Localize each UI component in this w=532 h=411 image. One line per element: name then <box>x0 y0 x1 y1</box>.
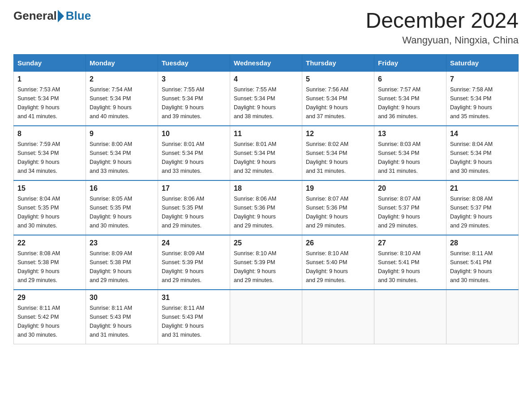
day-info: Sunrise: 7:54 AMSunset: 5:34 PMDaylight:… <box>90 85 154 121</box>
day-number: 7 <box>450 75 515 83</box>
day-info: Sunrise: 8:10 AMSunset: 5:40 PMDaylight:… <box>306 249 370 285</box>
calendar-cell: 1Sunrise: 7:53 AMSunset: 5:34 PMDaylight… <box>14 71 86 126</box>
day-number: 10 <box>162 130 226 138</box>
calendar-cell: 26Sunrise: 8:10 AMSunset: 5:40 PMDayligh… <box>302 235 374 290</box>
day-number: 2 <box>90 75 154 83</box>
column-header-tuesday: Tuesday <box>158 54 230 71</box>
logo-triangle-icon <box>58 10 64 22</box>
calendar-cell: 30Sunrise: 8:11 AMSunset: 5:43 PMDayligh… <box>86 290 158 344</box>
column-header-thursday: Thursday <box>302 54 374 71</box>
day-number: 19 <box>306 184 370 193</box>
calendar-cell: 3Sunrise: 7:55 AMSunset: 5:34 PMDaylight… <box>158 71 230 126</box>
day-info: Sunrise: 8:04 AMSunset: 5:35 PMDaylight:… <box>17 194 82 230</box>
day-info: Sunrise: 8:04 AMSunset: 5:34 PMDaylight:… <box>450 140 515 176</box>
day-number: 5 <box>306 75 370 83</box>
day-number: 6 <box>378 75 442 83</box>
day-info: Sunrise: 8:11 AMSunset: 5:43 PMDaylight:… <box>162 304 226 339</box>
day-info: Sunrise: 8:08 AMSunset: 5:37 PMDaylight:… <box>450 194 515 230</box>
day-info: Sunrise: 8:11 AMSunset: 5:41 PMDaylight:… <box>450 249 515 285</box>
calendar-cell: 4Sunrise: 7:55 AMSunset: 5:34 PMDaylight… <box>230 71 302 126</box>
day-info: Sunrise: 8:00 AMSunset: 5:34 PMDaylight:… <box>90 140 154 176</box>
day-info: Sunrise: 8:11 AMSunset: 5:42 PMDaylight:… <box>17 304 82 339</box>
calendar-week-row: 8Sunrise: 7:59 AMSunset: 5:34 PMDaylight… <box>14 126 519 180</box>
calendar-cell: 20Sunrise: 8:07 AMSunset: 5:37 PMDayligh… <box>374 180 446 235</box>
day-number: 11 <box>234 130 298 138</box>
calendar-cell: 27Sunrise: 8:10 AMSunset: 5:41 PMDayligh… <box>374 235 446 290</box>
day-info: Sunrise: 7:57 AMSunset: 5:34 PMDaylight:… <box>378 85 442 121</box>
column-header-saturday: Saturday <box>446 54 519 71</box>
logo-blue-text: Blue <box>66 9 91 23</box>
calendar-title: December 2024 <box>365 9 519 33</box>
calendar-cell: 5Sunrise: 7:56 AMSunset: 5:34 PMDaylight… <box>302 71 374 126</box>
calendar-cell: 28Sunrise: 8:11 AMSunset: 5:41 PMDayligh… <box>446 235 519 290</box>
day-number: 3 <box>162 75 226 83</box>
day-number: 15 <box>17 184 82 193</box>
calendar-cell: 31Sunrise: 8:11 AMSunset: 5:43 PMDayligh… <box>158 290 230 344</box>
day-number: 1 <box>17 75 82 83</box>
day-info: Sunrise: 7:53 AMSunset: 5:34 PMDaylight:… <box>17 85 82 121</box>
logo-general-text: General <box>13 9 57 23</box>
day-number: 4 <box>234 75 298 83</box>
calendar-cell: 13Sunrise: 8:03 AMSunset: 5:34 PMDayligh… <box>374 126 446 180</box>
column-header-friday: Friday <box>374 54 446 71</box>
day-number: 31 <box>162 294 226 302</box>
calendar-week-row: 29Sunrise: 8:11 AMSunset: 5:42 PMDayligh… <box>14 290 519 344</box>
calendar-week-row: 15Sunrise: 8:04 AMSunset: 5:35 PMDayligh… <box>14 180 519 235</box>
calendar-cell: 6Sunrise: 7:57 AMSunset: 5:34 PMDaylight… <box>374 71 446 126</box>
calendar-week-row: 1Sunrise: 7:53 AMSunset: 5:34 PMDaylight… <box>14 71 519 126</box>
calendar-cell: 22Sunrise: 8:08 AMSunset: 5:38 PMDayligh… <box>14 235 86 290</box>
day-number: 28 <box>450 239 515 247</box>
calendar-cell <box>446 290 519 344</box>
calendar-cell: 25Sunrise: 8:10 AMSunset: 5:39 PMDayligh… <box>230 235 302 290</box>
calendar-header-row: SundayMondayTuesdayWednesdayThursdayFrid… <box>14 54 519 71</box>
day-info: Sunrise: 8:07 AMSunset: 5:36 PMDaylight:… <box>306 194 370 230</box>
calendar-cell: 10Sunrise: 8:01 AMSunset: 5:34 PMDayligh… <box>158 126 230 180</box>
calendar-cell: 15Sunrise: 8:04 AMSunset: 5:35 PMDayligh… <box>14 180 86 235</box>
day-info: Sunrise: 8:11 AMSunset: 5:43 PMDaylight:… <box>90 304 154 339</box>
calendar-cell: 11Sunrise: 8:01 AMSunset: 5:34 PMDayligh… <box>230 126 302 180</box>
calendar-table: SundayMondayTuesdayWednesdayThursdayFrid… <box>13 54 519 344</box>
day-info: Sunrise: 8:06 AMSunset: 5:36 PMDaylight:… <box>234 194 298 230</box>
day-number: 22 <box>17 239 82 247</box>
calendar-cell: 16Sunrise: 8:05 AMSunset: 5:35 PMDayligh… <box>86 180 158 235</box>
day-info: Sunrise: 7:59 AMSunset: 5:34 PMDaylight:… <box>17 140 82 176</box>
day-number: 20 <box>378 184 442 193</box>
calendar-cell: 18Sunrise: 8:06 AMSunset: 5:36 PMDayligh… <box>230 180 302 235</box>
day-info: Sunrise: 8:01 AMSunset: 5:34 PMDaylight:… <box>234 140 298 176</box>
calendar-cell <box>302 290 374 344</box>
calendar-cell <box>374 290 446 344</box>
day-info: Sunrise: 7:56 AMSunset: 5:34 PMDaylight:… <box>306 85 370 121</box>
calendar-cell: 19Sunrise: 8:07 AMSunset: 5:36 PMDayligh… <box>302 180 374 235</box>
calendar-cell <box>230 290 302 344</box>
day-number: 21 <box>450 184 515 193</box>
calendar-subtitle: Wangyuan, Ningxia, China <box>365 34 519 46</box>
column-header-sunday: Sunday <box>14 54 86 71</box>
day-info: Sunrise: 8:08 AMSunset: 5:38 PMDaylight:… <box>17 249 82 285</box>
day-number: 27 <box>378 239 442 247</box>
day-info: Sunrise: 8:05 AMSunset: 5:35 PMDaylight:… <box>90 194 154 230</box>
day-number: 25 <box>234 239 298 247</box>
calendar-cell: 9Sunrise: 8:00 AMSunset: 5:34 PMDaylight… <box>86 126 158 180</box>
day-info: Sunrise: 8:09 AMSunset: 5:38 PMDaylight:… <box>90 249 154 285</box>
calendar-cell: 17Sunrise: 8:06 AMSunset: 5:35 PMDayligh… <box>158 180 230 235</box>
day-info: Sunrise: 7:55 AMSunset: 5:34 PMDaylight:… <box>162 85 226 121</box>
day-info: Sunrise: 8:03 AMSunset: 5:34 PMDaylight:… <box>378 140 442 176</box>
title-section: December 2024 Wangyuan, Ningxia, China <box>365 9 519 46</box>
calendar-cell: 7Sunrise: 7:58 AMSunset: 5:34 PMDaylight… <box>446 71 519 126</box>
day-info: Sunrise: 8:09 AMSunset: 5:39 PMDaylight:… <box>162 249 226 285</box>
day-number: 12 <box>306 130 370 138</box>
day-info: Sunrise: 8:10 AMSunset: 5:39 PMDaylight:… <box>234 249 298 285</box>
calendar-cell: 2Sunrise: 7:54 AMSunset: 5:34 PMDaylight… <box>86 71 158 126</box>
day-number: 14 <box>450 130 515 138</box>
day-number: 23 <box>90 239 154 247</box>
day-number: 18 <box>234 184 298 193</box>
day-number: 16 <box>90 184 154 193</box>
day-number: 24 <box>162 239 226 247</box>
column-header-monday: Monday <box>86 54 158 71</box>
day-info: Sunrise: 7:58 AMSunset: 5:34 PMDaylight:… <box>450 85 515 121</box>
day-number: 26 <box>306 239 370 247</box>
calendar-cell: 29Sunrise: 8:11 AMSunset: 5:42 PMDayligh… <box>14 290 86 344</box>
day-info: Sunrise: 7:55 AMSunset: 5:34 PMDaylight:… <box>234 85 298 121</box>
calendar-cell: 21Sunrise: 8:08 AMSunset: 5:37 PMDayligh… <box>446 180 519 235</box>
day-info: Sunrise: 8:02 AMSunset: 5:34 PMDaylight:… <box>306 140 370 176</box>
